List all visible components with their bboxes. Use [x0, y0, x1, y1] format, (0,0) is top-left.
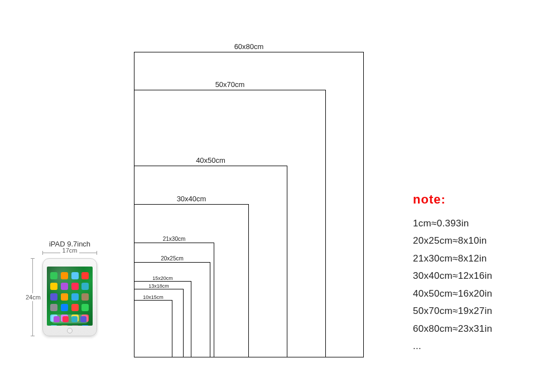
- ipad-height-label: 24cm: [26, 293, 41, 301]
- note-line: 30x40cm≈12x16in: [413, 267, 541, 284]
- size-rect-label: 13x18cm: [134, 283, 183, 289]
- app-icon: [71, 304, 79, 311]
- app-icon: [71, 283, 79, 290]
- home-button-icon: [67, 328, 73, 333]
- app-icon: [50, 304, 57, 311]
- dock-app-icon: [80, 316, 86, 322]
- note-line: 50x70cm≈19x27in: [413, 302, 541, 320]
- app-icon: [50, 293, 57, 301]
- note-line: 20x25cm≈8x10in: [413, 232, 541, 249]
- ipad-width-label: 17cm: [60, 247, 79, 254]
- size-rect-label: 20x25cm: [134, 255, 210, 262]
- note-line: 60x80cm≈23x31in: [413, 320, 541, 337]
- app-icon: [50, 283, 57, 290]
- app-icon: [71, 325, 79, 326]
- size-comparison-diagram: iPAD 9.7inch 17cm 24cm 60x80cm50x70cm40x…: [0, 0, 558, 392]
- ipad-width-dimension: 17cm: [42, 249, 97, 257]
- note-line: 21x30cm≈8x12in: [413, 250, 541, 267]
- size-rect-label: 15x20cm: [134, 275, 191, 281]
- dock-app-icon: [62, 316, 69, 322]
- note-line: ...: [413, 337, 541, 355]
- size-rectangles: 60x80cm50x70cm40x50cm30x40cm21x30cm20x25…: [134, 41, 379, 357]
- size-rect-label: 40x50cm: [134, 156, 287, 164]
- app-icon: [61, 304, 68, 311]
- app-icon: [61, 283, 68, 290]
- ipad-reference: iPAD 9.7inch 17cm 24cm: [28, 240, 112, 336]
- app-icon: [61, 293, 68, 301]
- app-icon: [50, 272, 57, 279]
- app-icon: [61, 325, 68, 326]
- app-icon: [81, 293, 89, 301]
- size-rect-label: 50x70cm: [134, 80, 325, 89]
- size-rect-10x15: 10x15cm: [134, 300, 172, 357]
- size-rect-label: 10x15cm: [134, 294, 172, 300]
- note-heading: note:: [413, 192, 541, 207]
- ipad-height-dimension: 24cm: [28, 258, 42, 336]
- app-icon: [81, 272, 89, 279]
- note-line: 40x50cm≈16x20in: [413, 285, 541, 302]
- app-icon: [81, 304, 89, 311]
- dock-app-icon: [71, 316, 78, 322]
- conversion-note: note: 1cm≈0.393in20x25cm≈8x10in21x30cm≈8…: [413, 192, 541, 355]
- app-icon: [50, 325, 57, 326]
- app-icon: [71, 293, 79, 301]
- app-icon: [61, 272, 68, 279]
- dock-app-icon: [54, 316, 60, 322]
- size-rect-label: 60x80cm: [134, 42, 363, 51]
- note-line: 1cm≈0.393in: [413, 215, 541, 232]
- app-icon: [81, 283, 89, 290]
- ipad-device-icon: [42, 258, 97, 336]
- app-icon: [71, 272, 79, 279]
- app-icon: [81, 325, 89, 326]
- size-rect-label: 21x30cm: [134, 236, 214, 242]
- size-rect-label: 30x40cm: [134, 195, 248, 203]
